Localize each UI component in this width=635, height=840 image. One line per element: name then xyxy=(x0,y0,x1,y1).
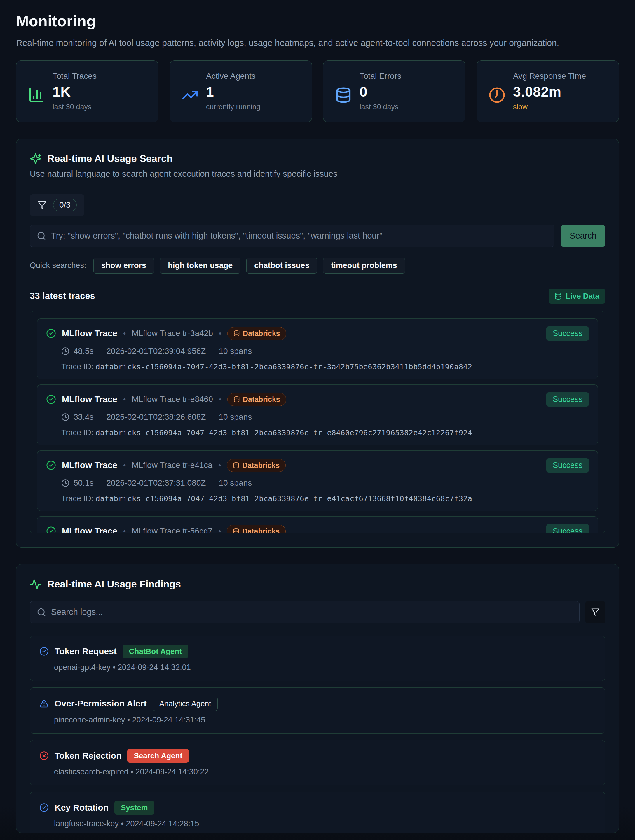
trace-timestamp: 2026-02-01T02:38:26.608Z xyxy=(106,412,206,422)
quick-search-chip-timeout-problems[interactable]: timeout problems xyxy=(323,257,405,273)
clock-icon xyxy=(61,347,70,355)
usage-search-section: Real-time AI Usage Search Use natural la… xyxy=(16,139,619,548)
activity-pulse-icon xyxy=(30,578,41,590)
status-badge: Success xyxy=(546,392,589,407)
sparkles-icon xyxy=(30,153,41,164)
trace-id-label: Trace ID: xyxy=(61,494,93,503)
trace-id: databricks-c156094a-7047-42d3-bf81-2bca6… xyxy=(96,494,472,503)
clock-icon xyxy=(489,87,505,104)
search-icon xyxy=(37,231,46,241)
finding-title: Key Rotation xyxy=(55,803,109,813)
database-icon xyxy=(554,292,562,300)
trace-duration: 48.5s xyxy=(74,346,94,356)
check-circle-icon xyxy=(46,460,56,470)
stat-subtext: last 30 days xyxy=(359,103,401,111)
separator-dot: • xyxy=(123,395,126,404)
databricks-badge: Databricks xyxy=(227,327,286,340)
logs-search-field-wrap xyxy=(30,601,580,623)
stat-card-total-traces: Total Traces 1K last 30 days xyxy=(16,60,158,122)
status-badge: Success xyxy=(546,524,589,534)
trace-subtitle: MLflow Trace tr-3a42b xyxy=(131,329,213,338)
trace-id: databricks-c156094a-7047-42d3-bf81-2bca6… xyxy=(96,363,472,371)
finding-title: Token Request xyxy=(55,646,117,656)
live-data-badge: Live Data xyxy=(549,289,605,304)
search-button[interactable]: Search xyxy=(561,225,605,247)
finding-title: Over-Permission Alert xyxy=(55,698,147,709)
trace-title: MLflow Trace xyxy=(62,328,117,338)
filter-funnel-icon xyxy=(591,608,600,617)
alert-triangle-icon xyxy=(40,699,49,708)
separator-dot: • xyxy=(219,395,222,404)
trace-search-input[interactable] xyxy=(30,225,554,247)
quick-search-chip-show-errors[interactable]: show errors xyxy=(93,257,154,273)
trace-timestamp: 2026-02-01T02:39:04.956Z xyxy=(106,346,206,356)
check-circle-icon xyxy=(40,647,49,656)
trace-row[interactable]: MLflow Trace • MLflow Trace tr-e8460 • D… xyxy=(37,384,598,445)
stat-subtext: slow xyxy=(513,103,586,111)
traces-list[interactable]: MLflow Trace • MLflow Trace tr-3a42b • D… xyxy=(30,311,605,534)
separator-dot: • xyxy=(218,461,221,470)
agent-badge: ChatBot Agent xyxy=(123,644,188,658)
trace-duration: 50.1s xyxy=(74,478,94,488)
quick-searches-label: Quick searches: xyxy=(30,261,86,270)
trace-row[interactable]: MLflow Trace • MLflow Trace tr-56cd7 • D… xyxy=(37,516,598,534)
trace-row[interactable]: MLflow Trace • MLflow Trace tr-e41ca • D… xyxy=(37,450,598,511)
finding-row[interactable]: Token Request ChatBot Agent openai-gpt4-… xyxy=(30,636,605,681)
trace-id-label: Trace ID: xyxy=(61,362,93,371)
finding-meta: pinecone-admin-key • 2024-09-24 14:31:45 xyxy=(40,715,595,725)
quick-search-chip-chatbot-issues[interactable]: chatbot issues xyxy=(246,257,317,273)
clock-icon xyxy=(61,413,70,421)
source-label: Databricks xyxy=(243,395,280,404)
filter-count-badge: 0/3 xyxy=(53,199,77,212)
stat-label: Avg Response Time xyxy=(513,71,586,81)
section-title: Real-time AI Usage Findings xyxy=(47,578,181,590)
status-badge: Success xyxy=(546,326,589,341)
check-circle-icon xyxy=(46,526,56,534)
trace-row[interactable]: MLflow Trace • MLflow Trace tr-3a42b • D… xyxy=(37,319,598,379)
x-circle-icon xyxy=(40,751,49,760)
logs-filter-button[interactable] xyxy=(585,601,605,623)
trace-spans: 10 spans xyxy=(219,346,252,356)
bar-chart-icon xyxy=(28,87,45,104)
source-label: Databricks xyxy=(242,461,280,470)
separator-dot: • xyxy=(123,527,126,534)
separator-dot: • xyxy=(123,329,126,338)
source-label: Databricks xyxy=(243,329,280,338)
logs-search-input[interactable] xyxy=(30,601,580,623)
finding-row[interactable]: Over-Permission Alert Analytics Agent pi… xyxy=(30,687,605,734)
findings-list: Token Request ChatBot Agent openai-gpt4-… xyxy=(30,636,605,833)
trace-spans: 10 spans xyxy=(219,478,252,488)
trace-timestamp: 2026-02-01T02:37:31.080Z xyxy=(106,478,206,488)
quick-search-chip-high-token-usage[interactable]: high token usage xyxy=(160,257,241,273)
agent-badge: Analytics Agent xyxy=(153,696,218,711)
separator-dot: • xyxy=(123,461,126,470)
filter-toggle-button[interactable]: 0/3 xyxy=(30,194,84,216)
stat-card-total-errors: Total Errors 0 last 30 days xyxy=(323,60,466,122)
agent-badge: System xyxy=(114,801,154,815)
finding-meta: langfuse-trace-key • 2024-09-24 14:28:15 xyxy=(40,819,595,828)
search-icon xyxy=(37,608,46,617)
finding-row[interactable]: Token Rejection Search Agent elasticsear… xyxy=(30,740,605,785)
finding-meta: elasticsearch-expired • 2024-09-24 14:30… xyxy=(40,767,595,777)
latest-traces-heading: 33 latest traces xyxy=(30,291,95,301)
trace-subtitle: MLflow Trace tr-56cd7 xyxy=(131,526,212,534)
filter-funnel-icon xyxy=(37,201,47,210)
check-circle-icon xyxy=(46,394,56,404)
finding-row[interactable]: Key Rotation System langfuse-trace-key •… xyxy=(30,792,605,833)
trending-up-icon xyxy=(182,87,198,104)
finding-meta: openai-gpt4-key • 2024-09-24 14:32:01 xyxy=(40,663,595,672)
stat-value: 1K xyxy=(52,84,97,100)
clock-icon xyxy=(61,479,70,487)
databricks-badge: Databricks xyxy=(227,459,286,472)
live-data-label: Live Data xyxy=(565,292,599,301)
finding-title: Token Rejection xyxy=(55,751,121,761)
page-description: Real-time monitoring of AI tool usage pa… xyxy=(16,36,589,50)
stat-value: 0 xyxy=(359,84,401,100)
database-icon xyxy=(335,87,352,104)
trace-subtitle: MLflow Trace tr-e8460 xyxy=(131,395,213,404)
section-title: Real-time AI Usage Search xyxy=(47,153,173,164)
status-badge: Success xyxy=(546,458,589,472)
trace-title: MLflow Trace xyxy=(62,526,117,534)
databricks-badge: Databricks xyxy=(227,525,286,534)
trace-subtitle: MLflow Trace tr-e41ca xyxy=(131,461,212,470)
